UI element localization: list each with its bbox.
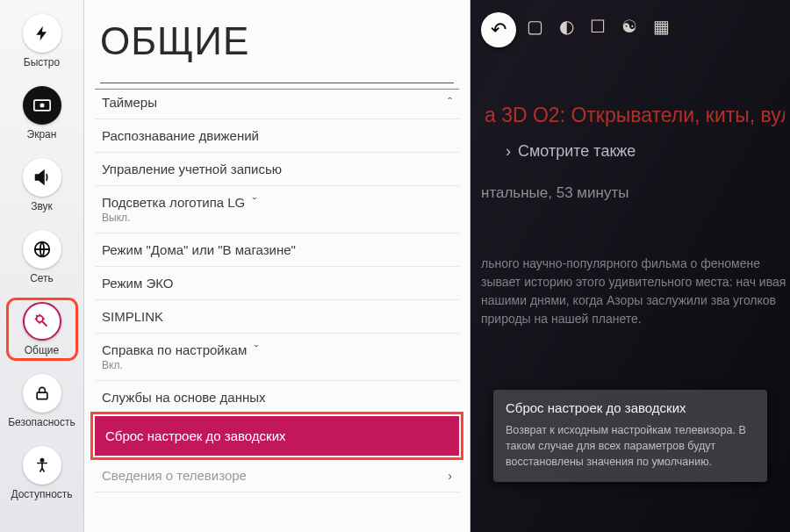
net-icon: [23, 230, 61, 269]
row-simplink[interactable]: SIMPLINK: [95, 300, 459, 334]
row-label: Таймеры: [102, 95, 157, 110]
content-meta: нтальные, 53 минуты: [481, 184, 628, 202]
bolt-icon: [23, 14, 61, 53]
see-also-label: ›Смотрите также: [506, 142, 636, 161]
svg-rect-4: [37, 392, 47, 399]
panel-title: ОБЩИЕ: [84, 0, 470, 79]
row-label: Сброс настроек до заводских: [105, 428, 449, 443]
back-icon: ↶: [491, 18, 506, 41]
row-label: Справка по настройкам ˇ: [102, 342, 452, 357]
row-sub: Выкл.: [102, 212, 452, 224]
sidebar-item-label: Быстро: [24, 56, 60, 68]
svg-point-1: [40, 104, 44, 108]
sidebar-item-general[interactable]: Общие: [11, 302, 74, 356]
sidebar-item-network[interactable]: Сеть: [11, 230, 74, 284]
sidebar-item-label: Общие: [25, 344, 59, 356]
row-data-services[interactable]: Службы на основе данных: [95, 381, 459, 414]
row-sub: Вкл.: [102, 359, 452, 371]
globe-icon[interactable]: ◐: [559, 16, 574, 37]
settings-panel: ОБЩИЕ Время и дата Таймеры ˆ Распознаван…: [84, 0, 470, 532]
row-label: Подсветка логотипа LG ˇ: [102, 195, 452, 210]
row-account[interactable]: Управление учетной записью: [95, 153, 459, 186]
row-label: Управление учетной записью: [102, 162, 452, 176]
sidebar-item-label: Звук: [31, 200, 53, 212]
sidebar-item-label: Доступность: [11, 488, 72, 500]
chevron-down-icon: ˇ: [254, 343, 258, 357]
content-title: а 3D O2: Открыватели, киты, вулк: [485, 104, 785, 127]
top-icon-row: ▢ ◐ ☐ ☯ ▦: [527, 16, 670, 37]
row-label: Службы на основе данных: [102, 390, 452, 405]
svg-point-5: [40, 459, 43, 462]
row-eco[interactable]: Режим ЭКО: [95, 267, 459, 300]
lock-icon: [23, 374, 61, 413]
chevron-down-icon: ˇ: [252, 196, 256, 210]
sidebar-item-security[interactable]: Безопасность: [11, 374, 74, 428]
chevron-up-icon: ˆ: [448, 96, 452, 110]
accessibility-icon: [23, 446, 61, 485]
masks-icon[interactable]: ☯: [621, 16, 637, 37]
row-logo-light[interactable]: Подсветка логотипа LG ˇ Выкл.: [95, 186, 459, 234]
row-help[interactable]: Справка по настройкам ˇ Вкл.: [95, 334, 459, 381]
tv-icon[interactable]: ☐: [590, 16, 606, 37]
grid-icon[interactable]: ▦: [653, 16, 670, 37]
row-motion[interactable]: Распознавание движений: [95, 119, 459, 153]
sidebar-item-label: Экран: [27, 128, 57, 140]
sidebar-item-quick[interactable]: Быстро: [11, 14, 74, 68]
photos-icon[interactable]: ▢: [527, 16, 543, 37]
back-button[interactable]: ↶: [481, 12, 516, 47]
sidebar-item-sound[interactable]: Звук: [11, 158, 74, 212]
tv-screen: ↶ ▢ ◐ ☐ ☯ ▦ а 3D O2: Открыватели, киты, …: [0, 0, 790, 532]
settings-list: Время и дата Таймеры ˆ Распознавание дви…: [84, 85, 470, 532]
sidebar-item-label: Сеть: [30, 272, 54, 284]
row-about[interactable]: Сведения о телевизоре ›: [95, 459, 459, 492]
tooltip-title: Сброс настроек до заводских: [506, 400, 755, 415]
row-label: Сведения о телевизоре: [102, 468, 247, 483]
row-label: Режим ЭКО: [102, 276, 452, 291]
help-tooltip: Сброс настроек до заводских Возврат к ис…: [493, 390, 767, 482]
screen-icon: [23, 86, 61, 125]
chevron-right-icon: ›: [448, 469, 452, 483]
row-label: Режим "Дома" или "В магазине": [102, 242, 452, 257]
sidebar-item-accessibility[interactable]: Доступность: [11, 446, 74, 500]
row-label: SIMPLINK: [102, 309, 452, 324]
sidebar-item-screen[interactable]: Экран: [11, 86, 74, 140]
row-home-store[interactable]: Режим "Дома" или "В магазине": [95, 234, 459, 267]
row-label: Распознавание движений: [102, 128, 452, 143]
sound-icon: [23, 158, 61, 197]
sidebar-item-label: Безопасность: [8, 416, 75, 428]
divider: [100, 83, 454, 83]
settings-sidebar: Быстро Экран Звук Сеть Общие: [0, 0, 84, 532]
content-description: льного научно-популярного фильма о феном…: [481, 255, 786, 328]
row-timers[interactable]: Таймеры ˆ: [95, 89, 459, 119]
row-factory-reset[interactable]: Сброс настроек до заводских: [95, 416, 459, 456]
gear-wrench-icon: [23, 302, 61, 341]
svg-point-3: [36, 316, 42, 322]
tooltip-body: Возврат к исходным настройкам телевизора…: [506, 422, 755, 470]
